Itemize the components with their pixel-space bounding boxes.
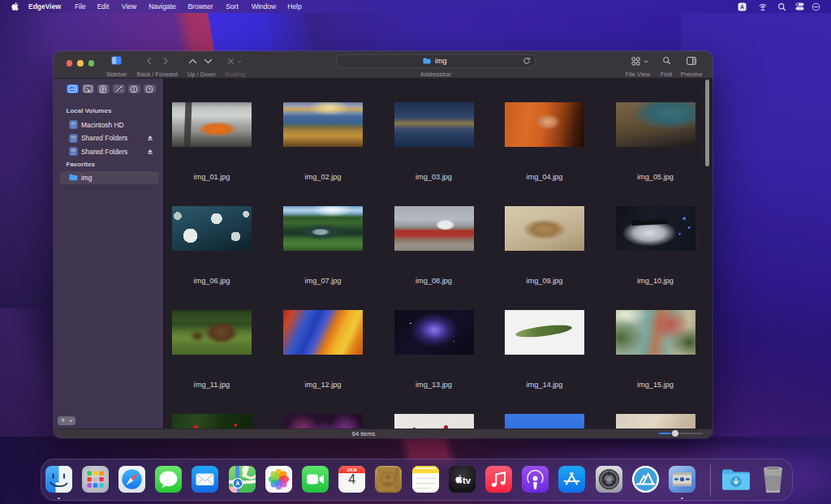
svg-text:A: A (740, 4, 744, 10)
svg-text:tv: tv (463, 476, 471, 485)
